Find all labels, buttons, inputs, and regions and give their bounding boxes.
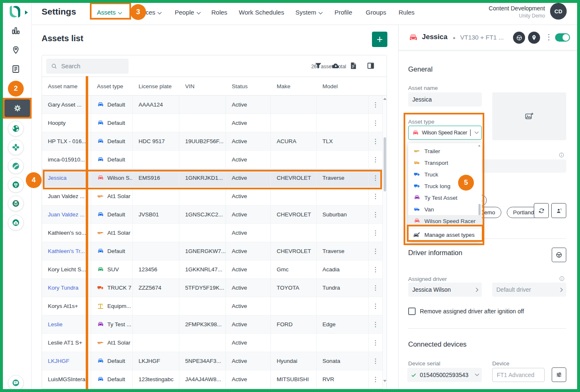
device-summary[interactable]: VT130 + FT1 ... (460, 34, 509, 41)
row-menu-button[interactable]: ⋮ (372, 230, 379, 236)
asset-type-select[interactable]: Wilson Speed Racer (408, 126, 482, 140)
asset-active-toggle[interactable] (555, 33, 570, 42)
row-menu-button[interactable]: ⋮ (372, 358, 379, 365)
table-row[interactable]: Kory Leicht S...SUV1234561GKKNRL47...Act… (42, 261, 382, 279)
app-layers-icon[interactable] (8, 196, 24, 211)
table-scrollbar[interactable] (382, 96, 387, 389)
col-asset-name[interactable]: Asset name (48, 83, 77, 89)
tab-devices[interactable]: Devices (133, 7, 161, 18)
asset-type-option[interactable]: Transport (408, 157, 482, 169)
asset-name-cell[interactable]: Kory Tundra (48, 285, 79, 291)
row-menu-button[interactable]: ⋮ (372, 266, 379, 273)
app-road-icon[interactable] (8, 158, 24, 174)
sync-button[interactable] (534, 203, 549, 218)
assign-driver-button[interactable] (551, 203, 566, 218)
table-row[interactable]: JessicaWilson S...EMS9161GNKRJKD1...Acti… (42, 169, 382, 187)
table-row[interactable]: Leslie AT1 S+At1 SolarActive⋮ (42, 334, 382, 352)
device-serial-select[interactable]: 015405002593543 (407, 368, 482, 382)
device-settings-button[interactable] (552, 367, 566, 382)
tracking-icon[interactable] (11, 45, 21, 55)
table-row[interactable]: imca-015910...DefaultActive⋮ (42, 151, 382, 169)
tab-work-schedules[interactable]: Work Schedules (239, 7, 284, 18)
app-garage-icon[interactable] (8, 215, 24, 231)
table-row[interactable]: Juan Valdez ...At1 SolarActive⋮ (42, 187, 382, 206)
driver-button[interactable] (513, 32, 525, 44)
default-driver-field[interactable]: Default driver (492, 283, 566, 297)
support-chat-icon[interactable] (8, 375, 24, 391)
table-row[interactable]: Kory TundraTRUCK 7ZZZ56745TFDY5F19K...Ac… (42, 279, 382, 297)
sidebar-item-settings[interactable] (5, 99, 30, 117)
asset-name-cell[interactable]: Leslie (48, 321, 62, 327)
row-menu-button[interactable]: ⋮ (372, 285, 379, 291)
table-row[interactable]: Juan Valdez ...DefaultJVSB011GNSCJKC2...… (42, 206, 382, 224)
device-field[interactable] (492, 368, 545, 382)
app-logo-icon[interactable] (7, 3, 23, 22)
panel-scrollbar-thumb[interactable] (577, 57, 580, 215)
table-row[interactable]: Korys At1s+Equipm...Active⋮ (42, 297, 382, 315)
locate-button[interactable] (528, 32, 540, 44)
tab-profile[interactable]: Profile (335, 7, 352, 18)
col-vin[interactable]: VIN (185, 83, 195, 89)
col-asset-type[interactable]: Asset type (97, 83, 123, 89)
tab-groups[interactable]: Groups (366, 7, 386, 18)
asset-type-option[interactable]: Wilson Speed Racer (408, 215, 482, 227)
export-file-icon[interactable] (349, 61, 358, 70)
add-asset-button[interactable]: + (372, 32, 387, 47)
row-menu-button[interactable]: ⋮ (372, 138, 379, 145)
table-row[interactable]: Gary Asset ...DefaultAAAA124Active⋮ (42, 96, 382, 114)
row-menu-button[interactable]: ⋮ (372, 120, 379, 127)
sidebar-expand-icon[interactable] (25, 10, 28, 15)
col-make[interactable]: Make (277, 83, 290, 89)
tab-roles[interactable]: Roles (211, 7, 227, 18)
row-menu-button[interactable]: ⋮ (372, 102, 379, 108)
table-row[interactable]: Kathleen's so...At1 SolarActive⋮ (42, 224, 382, 242)
asset-type-option[interactable]: Truck (408, 169, 482, 180)
app-news-icon[interactable] (8, 177, 24, 193)
table-row[interactable]: Kathleen's Tr...Default1GNERGKW7...Activ… (42, 242, 382, 261)
asset-name-cell[interactable]: Jessica (48, 175, 67, 181)
asset-name-field[interactable] (408, 92, 482, 107)
reports-icon[interactable] (11, 64, 21, 74)
row-menu-button[interactable]: ⋮ (372, 340, 379, 346)
manage-asset-types-item[interactable]: Manage asset types (408, 228, 482, 241)
table-row[interactable]: LuisMGSInteralDefault123testingabcJA4AJ4… (42, 370, 382, 389)
table-row[interactable]: LKJHGFDefaultLKJHGF5NPE34AF3...ActiveHyu… (42, 352, 382, 370)
search-box[interactable] (46, 59, 129, 74)
table-row[interactable]: HooptyDefaultActive⋮ (42, 114, 382, 132)
row-menu-button[interactable]: ⋮ (372, 376, 379, 383)
col-model[interactable]: Model (322, 83, 338, 89)
scrollbar-thumb[interactable] (384, 137, 386, 191)
tab-system[interactable]: System (295, 7, 322, 18)
scrollbar-thumb[interactable] (478, 204, 481, 215)
table-row[interactable]: HP TLX - 016...DefaultHDC 951719UUB2F56F… (42, 132, 382, 151)
asset-type-option[interactable]: Trailer (408, 145, 482, 157)
row-menu-button[interactable]: ⋮ (372, 211, 379, 218)
assigned-driver-field[interactable]: Jessica Wilson (408, 283, 482, 297)
import-export-icon[interactable] (331, 61, 340, 70)
row-menu-button[interactable]: ⋮ (372, 193, 379, 200)
row-menu-button[interactable]: ⋮ (372, 175, 379, 181)
device-input[interactable] (497, 372, 540, 378)
asset-name-input[interactable] (412, 96, 478, 103)
app-shutter-icon[interactable] (8, 121, 24, 136)
asset-name-cell[interactable]: Kathleen's Tr... (48, 248, 85, 254)
col-license-plate[interactable]: License plate (139, 83, 172, 89)
dashboard-icon[interactable] (11, 26, 21, 36)
panel-menu-button[interactable]: ⋮ (545, 32, 553, 42)
row-menu-button[interactable]: ⋮ (372, 248, 379, 255)
scroll-down-icon[interactable] (383, 380, 387, 382)
asset-type-option[interactable]: Ty Test Asset (408, 192, 482, 203)
info-icon[interactable] (558, 152, 565, 158)
asset-name-cell[interactable]: LKJHGF (48, 358, 69, 364)
asset-type-option[interactable]: Truck long (408, 180, 482, 192)
search-input[interactable] (61, 63, 119, 69)
app-petals-icon[interactable] (8, 139, 24, 155)
tab-assets[interactable]: Assets (97, 7, 121, 18)
asset-image-placeholder[interactable] (492, 92, 566, 140)
row-menu-button[interactable]: ⋮ (372, 303, 379, 310)
row-menu-button[interactable]: ⋮ (372, 321, 379, 328)
col-status[interactable]: Status (232, 83, 248, 89)
tab-people[interactable]: People (175, 7, 200, 18)
columns-icon[interactable] (366, 61, 375, 70)
scroll-up-icon[interactable] (383, 98, 387, 100)
